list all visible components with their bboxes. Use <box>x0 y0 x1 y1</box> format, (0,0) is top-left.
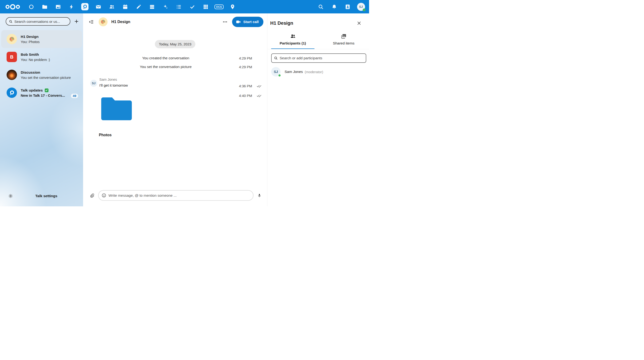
sender-name: Sam Jones <box>99 77 128 81</box>
talk-settings-button[interactable]: Talk settings <box>35 194 58 198</box>
start-call-label: Start call <box>244 20 259 24</box>
app-sparkle-button[interactable] <box>159 0 172 13</box>
participant-row[interactable]: SJ Sam Jones (moderator) <box>268 65 369 79</box>
sparkle-star-icon <box>163 4 168 10</box>
app-mail-button[interactable] <box>92 0 105 13</box>
online-status-dot <box>363 8 366 11</box>
search-icon <box>318 4 324 10</box>
ocs-icon: OCS <box>214 4 224 9</box>
talk-logo-icon <box>9 90 15 96</box>
participant-search-field[interactable] <box>271 53 366 63</box>
shared-folder-name[interactable]: Photos <box>99 133 267 137</box>
conversation-last-message: You: No problem :) <box>21 58 79 62</box>
app-tables-button[interactable] <box>199 0 212 13</box>
nextcloud-logo-icon <box>5 4 20 10</box>
conversation-texts: H1 Design You: Photos <box>21 34 79 44</box>
conversation-item-talk-updates[interactable]: Talk updates New in Talk 17 - Convers...… <box>1 84 82 102</box>
tab-label: Shared items <box>333 41 354 45</box>
gear-icon <box>8 194 13 198</box>
conversation-item-bob-smith[interactable]: B Bob Smith You: No problem :) <box>1 48 82 66</box>
conversation-texts: Talk updates New in Talk 17 - Convers... <box>21 88 79 97</box>
emoji-smiley-icon[interactable] <box>102 193 106 198</box>
verified-check-icon <box>45 88 48 92</box>
start-call-button[interactable]: Start call <box>232 17 264 27</box>
app-talk-button-active[interactable] <box>78 0 92 13</box>
panel-tabs: Participants (1) Shared items <box>268 33 369 49</box>
conversation-menu-button[interactable] <box>220 17 230 26</box>
app-deck-button[interactable] <box>145 0 159 13</box>
unified-search-button[interactable] <box>314 0 328 13</box>
online-status-dot <box>278 74 281 77</box>
app-files-button[interactable] <box>38 0 51 13</box>
conversation-details-panel: H1 Design Participants (1) Shared items <box>267 13 369 206</box>
user-menu-button[interactable]: SJ <box>354 0 368 13</box>
shared-folder-thumbnail[interactable] <box>101 95 132 121</box>
palette-icon <box>100 19 106 25</box>
dashboard-icon <box>28 4 34 10</box>
folder-icon <box>101 95 132 120</box>
nextcloud-logo[interactable] <box>3 4 22 10</box>
message-input[interactable] <box>108 193 250 198</box>
conversation-list: H1 Design You: Photos B Bob Smith You: N… <box>0 30 83 102</box>
notifications-button[interactable] <box>328 0 341 13</box>
app-photos-button[interactable] <box>51 0 65 13</box>
video-camera-icon <box>236 19 241 24</box>
plus-icon <box>74 19 79 24</box>
system-message: You set the conversation picture 4:29 PM <box>83 65 267 69</box>
collapse-sidebar-button[interactable] <box>87 18 95 26</box>
message-timestamp: 4:29 PM <box>239 65 252 69</box>
conversation-item-h1-design[interactable]: H1 Design You: Photos <box>1 30 82 48</box>
participant-search-input[interactable] <box>280 56 364 60</box>
app-maps-button[interactable] <box>226 0 239 13</box>
participants-icon <box>290 33 296 39</box>
app-notes-button[interactable] <box>132 0 145 13</box>
letter-avatar: B <box>6 52 17 62</box>
contacts-menu-button[interactable] <box>341 0 354 13</box>
new-conversation-button[interactable] <box>73 18 80 25</box>
palette-avatar <box>6 34 17 44</box>
participant-name: Sam Jones <box>284 70 303 74</box>
file-message: 4:40 PM Photos <box>83 94 267 137</box>
tasks-check-icon <box>190 4 195 10</box>
conversation-item-discussion[interactable]: Discussion You set the conversation pict… <box>1 66 82 84</box>
conversation-search-field[interactable] <box>6 17 70 26</box>
nextcloud-talk-app: OCS SJ <box>0 0 369 206</box>
tab-label: Participants (1) <box>280 41 306 45</box>
participant-avatar: SJ <box>271 67 280 76</box>
message-list: Today, May 25, 2023 You created the conv… <box>83 30 267 206</box>
chat-header: H1 Design Start call <box>83 13 267 30</box>
conversation-title-text: Talk updates <box>21 88 43 92</box>
topbar: OCS SJ <box>0 0 369 13</box>
conversation-title: Bob Smith <box>21 52 79 57</box>
search-icon <box>274 56 278 60</box>
app-checklist-button[interactable] <box>172 0 186 13</box>
conversation-search-input[interactable] <box>14 19 67 23</box>
unread-count-badge: 49 <box>71 94 78 98</box>
close-icon <box>357 21 361 25</box>
tab-participants[interactable]: Participants (1) <box>271 33 314 49</box>
app-contacts-button[interactable] <box>105 0 118 13</box>
read-double-check-icon <box>256 94 262 98</box>
attach-file-button[interactable] <box>89 192 95 199</box>
date-separator: Today, May 25, 2023 <box>155 40 195 48</box>
settings-gear-button[interactable] <box>8 193 14 199</box>
app-ocs-button[interactable]: OCS <box>212 0 226 13</box>
talk-icon <box>81 3 88 10</box>
search-icon <box>9 20 12 23</box>
panel-title: H1 Design <box>270 20 369 26</box>
message-input-field[interactable] <box>98 190 254 201</box>
system-message: You created the conversation 4:29 PM <box>83 56 267 61</box>
message-content: Sam Jones I'll get it tomorrow <box>99 77 128 87</box>
conversation-title: H1 Design <box>21 34 79 39</box>
participant-avatar-initials: SJ <box>274 70 278 74</box>
voice-record-button[interactable] <box>256 192 262 199</box>
chat-main: H1 Design Start call Today, May 25, 2023… <box>83 13 267 206</box>
tab-shared-items[interactable]: Shared items <box>322 33 365 49</box>
app-calendar-button[interactable] <box>118 0 132 13</box>
app-tasks-button[interactable] <box>186 0 199 13</box>
app-activity-button[interactable] <box>65 0 78 13</box>
close-panel-button[interactable] <box>355 19 363 27</box>
sidebar-search-row <box>0 13 83 26</box>
app-dashboard-button[interactable] <box>24 0 38 13</box>
ellipsis-icon <box>222 19 228 24</box>
